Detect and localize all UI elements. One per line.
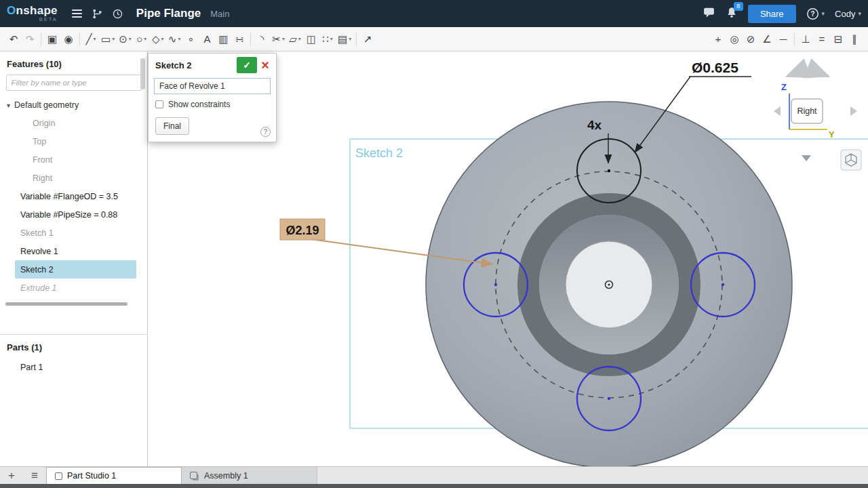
new-tab-button[interactable]: + [0,467,23,484]
history-button[interactable] [109,5,127,22]
help-icon: ? [806,7,819,20]
line-tool-button[interactable]: ╱ ▾ [83,30,99,48]
view-cube[interactable]: Z Y Right [774,73,861,170]
tab-bar: + ≡ Part Studio 1 Assembly 1 [0,466,868,488]
constraint-perpendicular-button[interactable]: ⊥ ▾ [797,30,814,48]
parts-header: Parts (1) [0,335,147,358]
close-icon: × [261,58,269,73]
show-constraints-checkbox[interactable]: Show constraints [155,100,269,109]
tab-part-studio-1[interactable]: Part Studio 1 [46,467,182,484]
chat-bubble-icon [703,6,715,18]
status-strip [0,484,868,488]
feature-variable-pipesize[interactable]: Variable #PipeSize = 0.88 [15,205,136,224]
notifications-button[interactable]: 8 [726,6,738,22]
circle-tool-button[interactable]: ⊙ ▾ [117,30,134,48]
measure-tool-button[interactable]: ↗ ▾ [359,30,376,48]
mirror-tool-button[interactable]: ◫ ▾ [303,30,319,48]
undo-button[interactable]: ↶ ▾ [5,30,22,48]
tab-assembly-1[interactable]: Assembly 1 [182,467,317,484]
feature-sketch-2[interactable]: Sketch 2 [15,260,136,279]
chevron-down-icon: ▾ [112,36,115,42]
feature-filter-input[interactable] [6,75,142,91]
constraint-equal-button[interactable]: = ▾ [814,30,830,48]
rectangle-tool-button[interactable]: ▭ ▾ [99,30,117,48]
part-1[interactable]: Part 1 [15,358,136,376]
tab-list-button[interactable]: ≡ [23,467,46,484]
constraint-parallel-button[interactable]: ∥ ▾ [846,30,863,48]
feature-origin[interactable]: Origin [15,114,136,132]
trim-tool-button[interactable]: ✂ ▾ [270,30,287,48]
redo-button[interactable]: ↷ ▾ [22,30,38,48]
constraint-tangent-button[interactable]: ⊘ ▾ [743,30,759,48]
feature-variable-flangeod[interactable]: Variable #FlangeOD = 3.5 [15,187,136,205]
rollback-bar[interactable] [5,302,127,306]
branch-icon [92,8,103,20]
feature-group-default-geometry[interactable]: ▾ Default geometry [0,96,147,114]
feature-top-plane[interactable]: Top [15,132,136,150]
comments-button[interactable] [703,6,715,21]
svg-text:4x: 4x [587,118,602,132]
text-tool-button[interactable]: A ▾ [199,30,215,48]
feature-tree-panel: Features (10) ▾ Default geometry Origin … [0,52,148,466]
final-button[interactable]: Final [155,117,189,135]
workspace-name[interactable]: Main [210,9,229,19]
sketch-toolbar: ↶ ▾ ↷ ▾ ▾ ▣ ▾ ◉ ▾ ▾ ╱ ▾ [0,27,868,52]
spline-tool-button[interactable]: ∿ ▾ [166,30,183,48]
feature-front-plane[interactable]: Front [15,150,136,169]
rotate-right-icon[interactable] [850,106,857,116]
chevron-down-icon: ▾ [349,36,351,42]
versions-button[interactable] [89,5,106,22]
point-tool-button[interactable]: ∘ ▾ [182,30,199,48]
chevron-down-icon: ▾ [144,36,146,42]
dialog-title: Sketch 2 [155,60,237,70]
circular-pattern-button[interactable]: ∷ ▾ [319,30,336,48]
constraint-midpoint-button[interactable]: ⊟ ▾ [830,30,846,48]
cancel-button[interactable]: × [257,57,273,73]
main-menu-button[interactable] [68,5,86,22]
rotate-arrows-icon[interactable] [788,73,827,76]
rotate-left-icon[interactable] [774,106,781,116]
chevron-down-icon: ▾ [282,36,285,42]
isometric-view-button[interactable] [841,150,861,170]
import-dxf-button[interactable]: ▤ ▾ [336,30,353,48]
fillet-tool-button[interactable]: ◝ ▾ [254,30,270,48]
onshape-logo[interactable]: Onshape BETA [7,5,58,22]
chevron-down-icon: ▾ [129,36,132,42]
chevron-down-icon: ▾ [178,36,180,42]
user-name: Cody [835,9,855,19]
panel-scrollbar[interactable] [140,58,145,89]
constraint-horizontal-button[interactable]: ─ ▾ [775,30,791,48]
chevron-down-icon: ▾ [330,36,333,42]
assembly-icon [190,472,197,479]
view-menu-chevron-icon[interactable] [802,155,811,161]
help-menu[interactable]: ? ▾ [806,7,825,20]
dimension-tool-button[interactable]: ∺ ▾ [231,30,248,48]
sketch-plane-label: Sketch 2 [355,146,403,160]
document-title[interactable]: Pipe Flange [136,7,201,20]
feature-extrude-1[interactable]: Extrude 1 [15,279,136,297]
svg-text:Ø0.625: Ø0.625 [692,60,738,75]
help-icon[interactable]: ? [260,127,271,137]
slot-tool-button[interactable]: ▥ ▾ [215,30,231,48]
accept-button[interactable]: ✓ [237,57,257,73]
polygon-tool-button[interactable]: ◇ ▾ [150,30,166,48]
copy-button[interactable]: ▣ ▾ [44,30,60,48]
chevron-down-icon: ▾ [7,102,10,109]
constraint-coincident-button[interactable]: + ▾ [710,30,726,48]
features-header: Features (10) [0,52,147,75]
user-menu[interactable]: Cody ▾ [835,9,861,19]
feature-right-plane[interactable]: Right [15,169,136,187]
axis-y-label: Y [829,129,835,140]
constraint-concentric-button[interactable]: ◎ ▾ [726,30,743,48]
app-header: Onshape BETA Pipe Flange Main [0,0,868,27]
feature-sketch-1[interactable]: Sketch 1 [15,224,136,242]
part-studio-icon [55,472,62,480]
sketch-plane-field[interactable]: Face of Revolve 1 [154,78,271,94]
ellipse-tool-button[interactable]: ○ ▾ [134,30,150,48]
share-button[interactable]: Share [748,5,796,23]
offset-tool-button[interactable]: ▱ ▾ [287,30,303,48]
feature-revolve-1[interactable]: Revolve 1 [15,242,136,260]
transform-button[interactable]: ◉ ▾ [60,30,77,48]
axis-z-label: Z [781,82,787,92]
constraint-normal-button[interactable]: ∠ ▾ [759,30,775,48]
